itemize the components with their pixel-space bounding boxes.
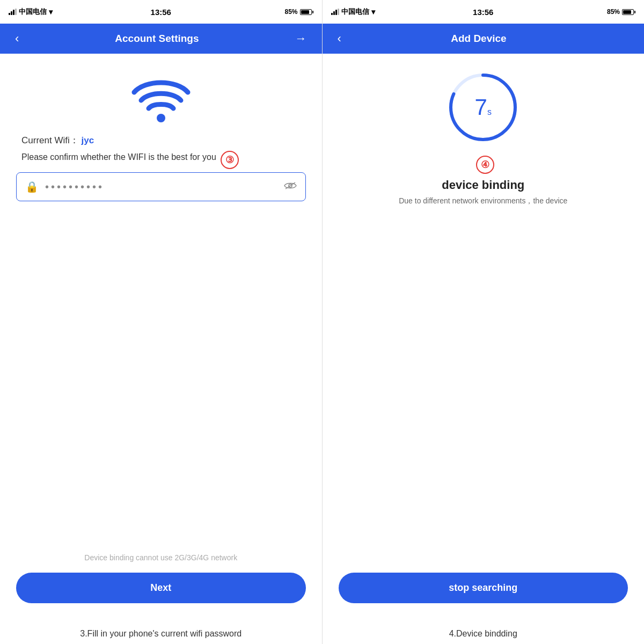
right-footer-caption: 4.Device bindding	[323, 618, 645, 644]
time-right: 13:56	[473, 8, 493, 17]
next-button[interactable]: Next	[16, 573, 306, 603]
binding-sub: Due to different network environments，th…	[323, 192, 645, 207]
battery-percent-left: 85%	[284, 8, 297, 16]
password-field-wrap[interactable]: 🔒 ••••••••••	[16, 172, 306, 201]
timer-display: 7s	[475, 94, 492, 120]
nav-bar-right: ‹ Add Device	[323, 24, 645, 54]
wifi-status-icon: ▾	[49, 8, 53, 16]
password-input[interactable]: ••••••••••	[45, 181, 277, 193]
wifi-confirm-text: Please confirm whether the WIFI is the b…	[21, 151, 216, 164]
battery-percent-right: 85%	[607, 8, 620, 16]
nav-bar-left: ‹ Account Settings →	[0, 24, 322, 54]
step3-label: Please confirm whether the WIFI is the b…	[21, 151, 301, 172]
back-button-left[interactable]: ‹	[11, 30, 23, 48]
carrier-left: 中国电信	[19, 7, 47, 17]
status-right-right: 85%	[607, 8, 635, 16]
signal-icon-right	[331, 9, 339, 15]
timer-circle: 7s	[445, 70, 521, 145]
carrier-right: 中国电信	[341, 7, 369, 17]
binding-title: device binding	[323, 178, 645, 192]
step4-badge: ④	[476, 156, 494, 174]
lock-icon: 🔒	[25, 180, 39, 193]
back-button-right[interactable]: ‹	[333, 30, 346, 48]
status-bar-left: 中国电信 ▾ 13:56 85%	[0, 0, 322, 24]
status-bar-right: 中国电信 ▾ 13:56 85%	[323, 0, 645, 24]
wifi-status-icon-right: ▾	[371, 8, 375, 16]
stop-searching-button[interactable]: stop searching	[339, 573, 628, 603]
signal-icon	[9, 9, 17, 15]
step3-badge: ③	[221, 151, 239, 169]
timer-wrap: 7s	[323, 70, 645, 145]
wifi-current-label: Current Wifi： jyc	[21, 134, 301, 147]
network-warning: Device binding cannot use 2G/3G/4G netwo…	[0, 553, 322, 568]
right-screen-content: 7s ④ device binding Due to different net…	[323, 54, 645, 618]
battery-icon-left	[300, 9, 313, 15]
wifi-icon-wrap	[0, 70, 322, 123]
svg-point-0	[157, 114, 165, 122]
forward-button-left[interactable]: →	[291, 30, 311, 48]
time-left: 13:56	[151, 8, 171, 17]
left-screen-content: Current Wifi： jyc Please confirm whether…	[0, 54, 322, 618]
status-left-right: 中国电信 ▾	[331, 7, 375, 17]
wifi-name: jyc	[81, 135, 94, 145]
nav-title-right: Add Device	[451, 33, 506, 45]
nav-title-left: Account Settings	[115, 33, 199, 45]
eye-toggle-icon[interactable]	[284, 181, 297, 193]
battery-icon-right	[622, 9, 635, 15]
left-footer-caption: 3.Fill in your phone's current wifi pass…	[0, 618, 322, 644]
step4-area: ④	[323, 156, 645, 174]
status-right-left: 85%	[284, 8, 313, 16]
wifi-icon	[126, 70, 196, 123]
left-screen: 中国电信 ▾ 13:56 85% ‹ Account Settings →	[0, 0, 323, 644]
wifi-info: Current Wifi： jyc Please confirm whether…	[0, 134, 322, 172]
right-screen: 中国电信 ▾ 13:56 85% ‹ Add Device	[323, 0, 645, 644]
status-left: 中国电信 ▾	[9, 7, 53, 17]
